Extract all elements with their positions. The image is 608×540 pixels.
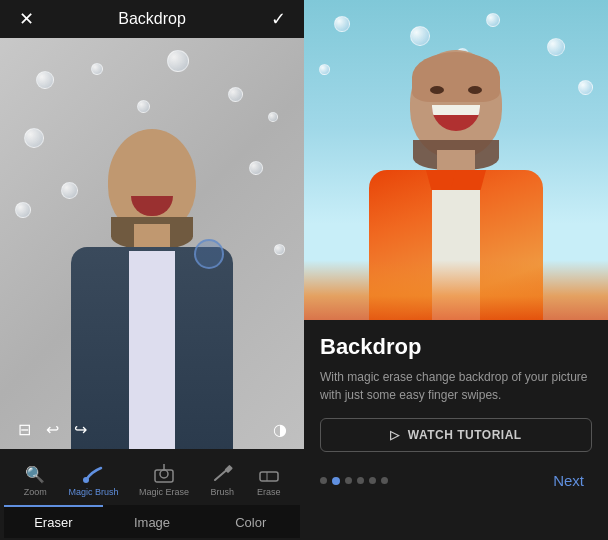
drop (334, 16, 350, 32)
pagination-dots (320, 477, 388, 485)
zoom-label: Zoom (24, 487, 47, 497)
brush-cursor (194, 239, 224, 269)
overlay-icons: ⊟ ↩ ↪ ◑ (0, 409, 304, 449)
drop (578, 80, 593, 95)
left-panel: ✕ Backdrop ✓ (0, 0, 304, 540)
preview-image (304, 0, 608, 320)
contrast-icon[interactable]: ◑ (266, 415, 294, 443)
page-title: Backdrop (118, 10, 186, 28)
feature-description: With magic erase change backdrop of your… (320, 368, 592, 404)
magic-erase-icon (151, 463, 177, 485)
layer-icon[interactable]: ⊟ (10, 415, 38, 443)
pagination-row: Next (320, 464, 592, 497)
preview-background (304, 0, 608, 320)
drop (319, 64, 330, 75)
magic-brush-tool[interactable]: Magic Brush (63, 459, 125, 501)
dot-2 (332, 477, 340, 485)
tab-image[interactable]: Image (103, 505, 202, 538)
close-button[interactable]: ✕ (14, 7, 38, 31)
fire-overlay (304, 260, 608, 320)
svg-rect-1 (155, 470, 173, 482)
bottom-tools: 🔍 Zoom Magic Brush (0, 449, 304, 540)
undo-icon[interactable]: ↩ (38, 415, 66, 443)
head (108, 129, 196, 234)
watch-tutorial-label: WATCH TUTORIAL (408, 428, 522, 442)
svg-point-3 (160, 470, 168, 478)
bottom-tab-row: Eraser Image Color (4, 505, 300, 538)
top-bar: ✕ Backdrop ✓ (0, 0, 304, 38)
drop (91, 63, 103, 75)
watch-tutorial-button[interactable]: ▷ WATCH TUTORIAL (320, 418, 592, 452)
next-button[interactable]: Next (545, 468, 592, 493)
erase-icon (256, 463, 282, 485)
zoom-icon: 🔍 (22, 463, 48, 485)
dot-4 (357, 477, 364, 484)
dot-6 (381, 477, 388, 484)
main-image-area[interactable]: ⊟ ↩ ↪ ◑ (0, 38, 304, 449)
tab-color[interactable]: Color (201, 505, 300, 538)
drop (274, 244, 285, 255)
drop (167, 50, 189, 72)
mouth (131, 196, 173, 216)
drop (15, 202, 31, 218)
drop (36, 71, 54, 89)
erase-label: Erase (257, 487, 281, 497)
brush-tool[interactable]: Brush (203, 459, 241, 501)
dot-5 (369, 477, 376, 484)
text-content-area: Backdrop With magic erase change backdro… (304, 320, 608, 540)
feature-title: Backdrop (320, 334, 592, 360)
erase-tool[interactable]: Erase (250, 459, 288, 501)
dot-1 (320, 477, 327, 484)
svg-point-0 (83, 477, 89, 483)
magic-erase-label: Magic Erase (139, 487, 189, 497)
dot-3 (345, 477, 352, 484)
magic-erase-tool[interactable]: Magic Erase (133, 459, 195, 501)
tab-eraser[interactable]: Eraser (4, 505, 103, 538)
preview-head (410, 50, 502, 158)
magic-brush-label: Magic Brush (69, 487, 119, 497)
drop (228, 87, 243, 102)
drop (268, 112, 278, 122)
brush-label: Brush (211, 487, 235, 497)
redo-icon[interactable]: ↪ (66, 415, 94, 443)
tool-icon-row: 🔍 Zoom Magic Brush (4, 455, 300, 505)
preview-mouth (432, 105, 480, 131)
zoom-tool[interactable]: 🔍 Zoom (16, 459, 54, 501)
drop (486, 13, 500, 27)
play-icon: ▷ (390, 428, 400, 442)
magic-brush-icon (81, 463, 107, 485)
right-panel: Backdrop With magic erase change backdro… (304, 0, 608, 540)
brush-icon (209, 463, 235, 485)
image-background: ⊟ ↩ ↪ ◑ (0, 38, 304, 449)
drop (137, 100, 150, 113)
person-figure (52, 129, 252, 449)
drop (410, 26, 430, 46)
confirm-button[interactable]: ✓ (266, 7, 290, 31)
drop (24, 128, 44, 148)
svg-rect-6 (260, 472, 278, 481)
